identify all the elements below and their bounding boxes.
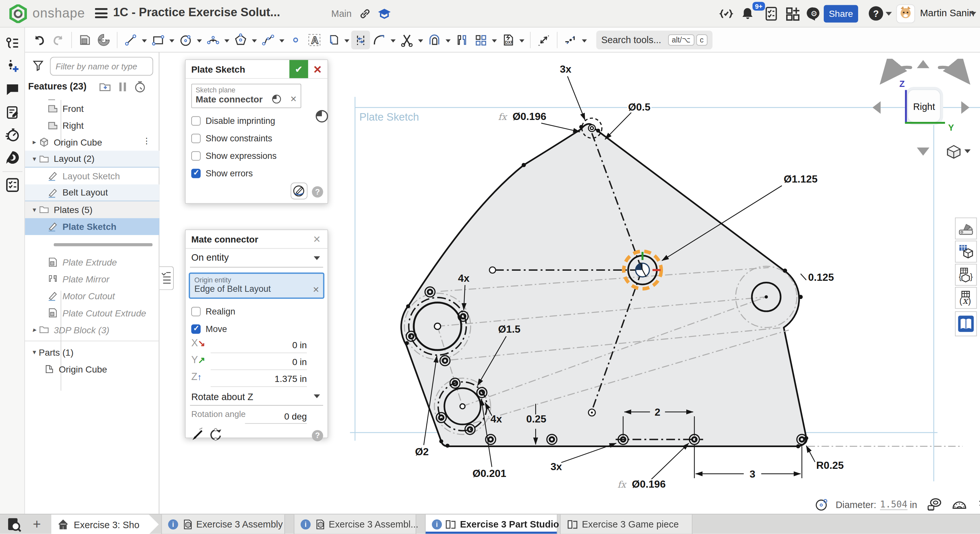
document-title[interactable]: 1C - Practice Exercise Solut... — [113, 5, 280, 19]
extrude-tool-button[interactable] — [76, 30, 94, 49]
app-store-icon[interactable] — [785, 6, 800, 21]
view-up-arrow[interactable] — [917, 60, 929, 68]
polygon-tool-caret[interactable] — [250, 30, 259, 49]
performance-icon[interactable] — [5, 128, 20, 142]
circle-tool-button[interactable] — [177, 30, 195, 49]
dim-bottom-bolt-diameter[interactable]: Ø0.201 — [473, 467, 506, 479]
new-tab-button[interactable] — [30, 516, 45, 532]
show-sketch-only-button[interactable] — [291, 183, 307, 199]
ai-assistant-icon[interactable]: ⚙ — [806, 6, 821, 21]
plate-outline[interactable] — [401, 124, 806, 446]
view-cube-dropdown-icon[interactable] — [946, 144, 962, 159]
help-caret-icon[interactable] — [886, 12, 892, 16]
revolve-tool-button[interactable] — [94, 30, 113, 49]
view-down-arrow[interactable] — [917, 148, 929, 156]
line-tool-button[interactable] — [121, 30, 140, 49]
checkbox-move[interactable]: Move — [186, 320, 328, 338]
variables-panel-button[interactable]: (x) — [955, 287, 977, 309]
tasks-icon[interactable] — [764, 6, 779, 21]
mate-connector-glyph[interactable] — [636, 263, 649, 277]
origin-entity-field[interactable]: Origin entity Edge of Belt Layout — [189, 273, 324, 299]
rotation-angle-field[interactable]: Rotation angle 0 deg — [186, 410, 328, 426]
mate-connector-tool-icon[interactable] — [315, 108, 329, 124]
tab-exercise3-part-studio[interactable]: Exercise 3 Part Studio — [425, 515, 558, 534]
tree-item-layout-sketch[interactable]: Layout Sketch — [25, 167, 159, 185]
z-offset-value[interactable]: 1.375 in — [275, 374, 307, 384]
notes-icon[interactable] — [5, 105, 20, 120]
fillet-tool-button[interactable] — [370, 30, 389, 49]
text-tool-button[interactable]: A — [305, 30, 324, 49]
avatar[interactable] — [896, 4, 915, 23]
checkbox-show-errors[interactable]: Show errors — [186, 164, 328, 182]
reorient-secondary-axis-icon[interactable] — [208, 427, 223, 442]
expand-chevron-icon[interactable] — [30, 138, 39, 146]
user-name[interactable]: Martin Sanin — [920, 8, 975, 19]
x-offset-field[interactable]: X↘ 0 in — [186, 338, 328, 354]
arc-tool-caret[interactable] — [223, 30, 231, 49]
tree-item-plate-cutout-extrude[interactable]: Plate Cutout Extrude — [25, 304, 159, 321]
placement-mode-select[interactable]: On entity — [186, 249, 328, 268]
z-offset-field[interactable]: Z↑ 1.375 in — [186, 371, 328, 388]
featurescript-icon[interactable] — [719, 6, 733, 21]
checkbox-show-expressions[interactable]: Show expressions — [186, 147, 328, 164]
dim-bottom-hole-count[interactable]: 3x — [550, 461, 562, 472]
tape-measure-icon[interactable] — [927, 497, 942, 512]
sketch-name-label[interactable]: Plate Sketch — [360, 111, 419, 123]
sketch-dialog-help-icon[interactable] — [312, 187, 323, 198]
onshape-wordmark[interactable]: onshape — [32, 5, 85, 21]
dim-top-bolt-circle[interactable]: Ø0.5 — [628, 101, 651, 113]
checkbox-checked-icon[interactable] — [191, 169, 200, 178]
mate-dialog-help-icon[interactable] — [312, 430, 323, 441]
user-menu-caret-icon[interactable] — [970, 12, 976, 16]
dim-bottom-hole-diameter[interactable]: Ø0.196 — [632, 478, 665, 490]
cancel-sketch-button[interactable] — [310, 61, 325, 78]
dim-corner-radius[interactable]: R0.25 — [816, 459, 844, 471]
parts-section-header[interactable]: Parts (1) — [25, 344, 159, 360]
help-icon[interactable] — [869, 6, 883, 21]
measure-tool-button[interactable] — [534, 30, 553, 49]
centerline-endpoint[interactable] — [490, 267, 496, 273]
appearance-panel-button[interactable] — [955, 218, 977, 239]
dim-left-bolt-count[interactable]: 4x — [458, 273, 470, 284]
dimension-tool-button[interactable] — [351, 30, 370, 49]
feature-list-icon[interactable] — [5, 36, 20, 51]
insert-dxf-caret[interactable] — [517, 30, 526, 49]
view-cube-caret-icon[interactable] — [964, 150, 970, 153]
filter-input[interactable] — [50, 57, 153, 75]
dim-bottom-edge-offset[interactable]: 0.25 — [526, 413, 546, 425]
insert-feature-icon[interactable] — [5, 59, 20, 73]
x-offset-value[interactable]: 0 in — [293, 340, 307, 350]
view-cube-face[interactable]: Right — [907, 89, 940, 123]
comments-icon[interactable] — [5, 82, 20, 97]
y-offset-field[interactable]: Y↗ 0 in — [186, 354, 328, 371]
tree-item-origin-cube[interactable]: Origin Cube — [25, 134, 159, 151]
dim-right-edge-offset[interactable]: 0.125 — [808, 271, 834, 283]
dim-bottom-bolt-count[interactable]: 4x — [490, 413, 502, 425]
main-menu-icon[interactable] — [95, 8, 108, 19]
clear-origin-icon[interactable] — [312, 285, 319, 294]
tab-home-document[interactable]: Exercise 3: Sho — [51, 515, 159, 534]
rollback-bar[interactable] — [25, 235, 159, 254]
view-left-arrow[interactable] — [872, 101, 880, 114]
polygon-tool-button[interactable] — [231, 30, 250, 49]
rectangle-tool-button[interactable] — [149, 30, 168, 49]
share-link-icon[interactable] — [359, 8, 372, 20]
pattern-tool-button[interactable] — [471, 30, 490, 49]
spline-tool-button[interactable] — [259, 30, 277, 49]
checkbox-icon[interactable] — [191, 151, 200, 161]
offset-tool-button[interactable] — [425, 30, 444, 49]
insert-dxf-button[interactable]: DXF — [499, 30, 517, 49]
pattern-tool-caret[interactable] — [490, 30, 499, 49]
construction-tool-caret[interactable] — [580, 30, 589, 49]
suppress-pause-icon[interactable] — [116, 81, 129, 93]
tab-search-icon[interactable] — [6, 517, 22, 532]
point-tool-button[interactable] — [286, 30, 305, 49]
dim-edge-spacing[interactable]: 3 — [749, 468, 755, 480]
tree-item-belt-layout[interactable]: Belt Layout — [25, 185, 159, 201]
configured-features-panel-button[interactable]: }{ — [955, 264, 977, 285]
measurement-value[interactable]: 1.504 — [880, 499, 907, 510]
learning-badge-icon[interactable] — [377, 7, 391, 21]
tree-folder-layout[interactable]: Layout (2) — [25, 151, 159, 167]
close-mate-dialog-icon[interactable] — [310, 233, 323, 246]
trim-tool-caret[interactable] — [416, 30, 425, 49]
